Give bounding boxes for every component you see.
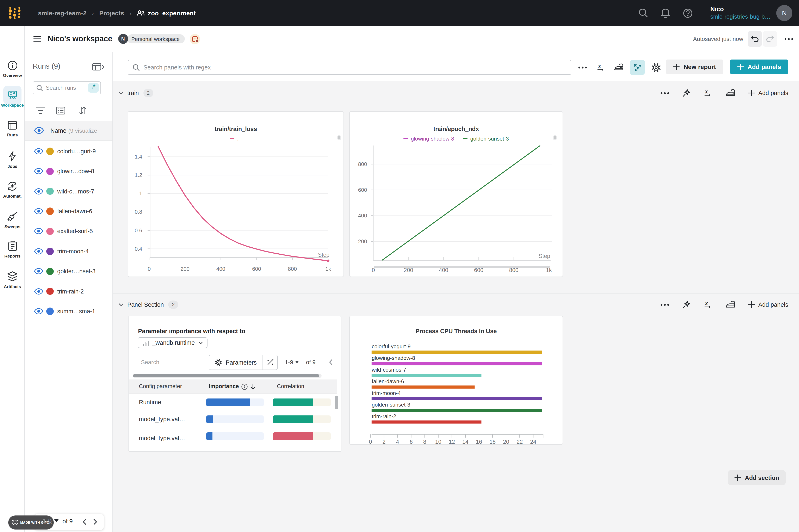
- svg-text:colorful-yogurt-9: colorful-yogurt-9: [372, 343, 411, 349]
- svg-text:600: 600: [358, 187, 367, 193]
- svg-text:fallen-dawn-6: fallen-dawn-6: [372, 378, 404, 384]
- svg-text:12: 12: [449, 439, 455, 444]
- svg-text:Step: Step: [538, 253, 550, 259]
- svg-text:0.4: 0.4: [135, 246, 142, 252]
- svg-text:x: x: [598, 63, 601, 69]
- svg-text:1k: 1k: [546, 267, 552, 273]
- svg-text:800: 800: [288, 266, 297, 272]
- svg-text:400: 400: [358, 212, 367, 219]
- svg-text:14: 14: [462, 439, 469, 444]
- svg-text:20: 20: [503, 439, 509, 444]
- svg-text:0.8: 0.8: [135, 209, 142, 215]
- svg-text:x: x: [705, 89, 708, 95]
- svg-text:6: 6: [410, 439, 413, 444]
- svg-text:golden-sunset-3: golden-sunset-3: [372, 402, 410, 408]
- svg-text:0: 0: [148, 266, 151, 272]
- svg-text:200: 200: [404, 267, 413, 273]
- svg-text:8: 8: [423, 439, 426, 444]
- svg-text:800: 800: [509, 267, 518, 273]
- svg-text:10: 10: [435, 439, 441, 444]
- svg-text:glowing-shadow-8: glowing-shadow-8: [372, 355, 415, 361]
- svg-text:trim-rain-2: trim-rain-2: [372, 413, 396, 419]
- svg-text:18: 18: [489, 439, 496, 444]
- svg-text:1.4: 1.4: [135, 154, 142, 160]
- svg-text:200: 200: [180, 266, 190, 272]
- svg-text:600: 600: [252, 266, 261, 272]
- svg-text:0.6: 0.6: [135, 227, 142, 233]
- svg-text:1k: 1k: [325, 266, 331, 272]
- svg-text:Step: Step: [318, 252, 329, 258]
- svg-text:trim-moon-4: trim-moon-4: [372, 390, 401, 396]
- svg-text:1.2: 1.2: [135, 172, 142, 178]
- svg-text:1: 1: [139, 190, 142, 196]
- svg-text:600: 600: [474, 267, 483, 273]
- svg-text:x: x: [705, 300, 708, 306]
- svg-text:400: 400: [439, 267, 448, 273]
- svg-text:0: 0: [369, 439, 372, 444]
- svg-text:400: 400: [216, 266, 225, 272]
- svg-text:200: 200: [358, 238, 367, 245]
- svg-text:0: 0: [372, 267, 375, 273]
- svg-text:16: 16: [476, 439, 482, 444]
- svg-text:22: 22: [516, 439, 523, 444]
- svg-text:wild-cosmos-7: wild-cosmos-7: [372, 367, 406, 373]
- svg-text:2: 2: [382, 439, 385, 444]
- svg-text:800: 800: [358, 161, 367, 167]
- svg-text:24: 24: [530, 439, 536, 444]
- svg-text:4: 4: [396, 439, 399, 444]
